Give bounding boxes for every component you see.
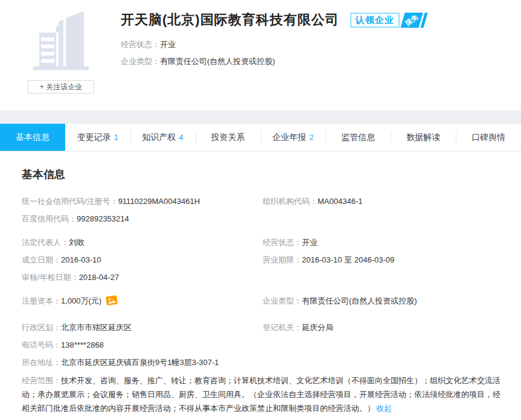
info-cell: 营业期限：2016-03-10 至 2046-03-09	[263, 253, 394, 266]
company-name: 开天脑(北京)国际教育科技有限公司	[121, 11, 339, 29]
field-label: 登记机关：	[263, 323, 302, 332]
info-row: 审核/年检日期：2018-04-27	[22, 271, 504, 284]
info-cell: 注册资本：1,000万(元)	[22, 294, 263, 310]
claim-company-badge[interactable]: 认领企业 限免	[350, 13, 426, 28]
field-value: MA004346-1	[318, 197, 362, 206]
info-cell: 法定代表人：刘敢	[22, 236, 263, 249]
field-value: 技术开发、咨询、服务、推广、转让；教育咨询；计算机技术培训、文化艺术培训（不得面…	[22, 376, 500, 413]
tab-label: 变更记录	[77, 132, 111, 143]
field-value: 138****2868	[61, 340, 104, 349]
field-label: 法定代表人：	[22, 238, 69, 247]
info-groups: 统一社会信用代码/注册号：91110229MA0043461H组织机构代码：MA…	[22, 195, 504, 415]
collapse-link[interactable]: 收起	[376, 404, 392, 413]
tab-label: 数据解读	[406, 132, 440, 143]
field-label: 行政区划：	[22, 323, 61, 332]
info-group: 统一社会信用代码/注册号：91110229MA0043461H组织机构代码：MA…	[22, 195, 504, 225]
info-row: 百度信用代码：992892353214	[22, 212, 504, 225]
tab-bar: 基本信息变更记录1知识产权4投资关系企业年报2监管信息数据解读口碑舆情	[0, 124, 521, 151]
info-group: 注册资本：1,000万(元)企业类型：有限责任公司(自然人投资或控股)	[22, 294, 504, 310]
field-value: 延庆分局	[302, 323, 333, 332]
field-value: 有限责任公司(自然人投资或控股)	[302, 296, 417, 305]
info-row: 电话号码：138****2868	[22, 339, 504, 351]
info-cell: 经营状态：开业	[263, 236, 318, 249]
field-value: 992892353214	[77, 214, 129, 223]
field-label: 成立日期：	[22, 255, 61, 264]
info-cell: 成立日期：2016-03-10	[22, 253, 263, 266]
field-label: 企业类型：	[121, 57, 160, 66]
info-cell: 百度信用代码：992892353214	[22, 212, 129, 225]
field-label: 营业期限：	[263, 255, 302, 264]
info-row: 成立日期：2016-03-10营业期限：2016-03-10 至 2046-03…	[22, 253, 504, 266]
tab-label: 口碑舆情	[471, 132, 505, 143]
info-cell: 电话号码：138****2868	[22, 339, 104, 351]
info-row: 行政区划：北京市市辖区延庆区登记机关：延庆分局	[22, 321, 504, 334]
tab-label: 企业年报	[272, 132, 306, 143]
basic-info-section: 基本信息 统一社会信用代码/注册号：91110229MA0043461H组织机构…	[0, 151, 521, 420]
tab-change-records[interactable]: 变更记录1	[65, 124, 130, 151]
field-value: 刘敢	[69, 238, 85, 247]
tab-count-badge: 4	[179, 133, 184, 142]
tab-label: 知识产权	[142, 132, 176, 143]
field-value: 开业	[160, 40, 176, 49]
tab-label: 监管信息	[341, 132, 375, 143]
field-label: 电话号码：	[22, 340, 61, 349]
company-header-main: 开天脑(北京)国际教育科技有限公司 认领企业 限免 经营状态：开业企业类型：有限…	[121, 11, 511, 73]
field-label: 审核/年检日期：	[22, 273, 79, 282]
header-fields: 经营状态：开业企业类型：有限责任公司(自然人投资或控股)	[121, 39, 511, 67]
tab-data-interpretation[interactable]: 数据解读	[391, 124, 456, 151]
info-row: 统一社会信用代码/注册号：91110229MA0043461H组织机构代码：MA…	[22, 195, 504, 208]
field-value: 有限责任公司(自然人投资或控股)	[160, 57, 275, 66]
field-value: 2016-03-10 至 2046-03-09	[302, 255, 394, 264]
field-value: 91110229MA0043461H	[118, 197, 200, 206]
info-cell: 企业类型：有限责任公司(自然人投资或控股)	[263, 294, 417, 310]
field-value: 2016-03-10	[61, 255, 101, 264]
field-label: 经营状态：	[263, 238, 302, 247]
field-value: 开业	[302, 238, 318, 247]
claim-ribbon-free-tag: 限免	[400, 13, 423, 28]
license-photo-icon[interactable]	[105, 294, 118, 310]
field-value: 北京市延庆区延庆镇百泉街9号1幢3层3-307-1	[61, 358, 219, 367]
field-label: 所在地址：	[22, 358, 61, 367]
header-field: 企业类型：有限责任公司(自然人投资或控股)	[121, 56, 511, 67]
info-cell: 所在地址：北京市延庆区延庆镇百泉街9号1幢3层3-307-1	[22, 356, 219, 369]
field-label: 经营范围：	[22, 376, 61, 385]
section-divider-strip	[0, 110, 521, 124]
field-label: 注册资本：	[22, 296, 61, 305]
tab-public-sentiment[interactable]: 口碑舆情	[456, 124, 521, 151]
field-label: 百度信用代码：	[22, 214, 77, 223]
building-icon	[26, 8, 94, 75]
tab-label: 基本信息	[16, 132, 50, 143]
info-cell: 经营范围：技术开发、咨询、服务、推广、转让；教育咨询；计算机技术培训、文化艺术培…	[22, 376, 500, 413]
company-header: + 关注该企业 开天脑(北京)国际教育科技有限公司 认领企业 限免 经营状态：开…	[0, 0, 521, 110]
follow-company-button[interactable]: + 关注该企业	[28, 80, 94, 94]
tab-basic-info[interactable]: 基本信息	[0, 124, 65, 151]
info-row: 所在地址：北京市延庆区延庆镇百泉街9号1幢3层3-307-1	[22, 356, 504, 369]
info-cell: 组织机构代码：MA004346-1	[263, 195, 362, 208]
tab-count-badge: 2	[309, 133, 313, 142]
field-label: 经营状态：	[121, 40, 160, 49]
info-cell: 行政区划：北京市市辖区延庆区	[22, 321, 263, 334]
tab-count-badge: 1	[114, 133, 118, 142]
field-label: 企业类型：	[263, 296, 302, 305]
tab-investment-relations[interactable]: 投资关系	[196, 124, 261, 151]
info-cell: 登记机关：延庆分局	[263, 321, 333, 334]
tab-regulatory-info[interactable]: 监管信息	[325, 124, 391, 151]
field-value: 北京市市辖区延庆区	[61, 323, 132, 332]
info-cell: 审核/年检日期：2018-04-27	[22, 271, 119, 284]
company-logo-placeholder	[23, 7, 97, 76]
company-profile-page: + 关注该企业 开天脑(北京)国际教育科技有限公司 认领企业 限免 经营状态：开…	[0, 0, 521, 420]
header-field: 经营状态：开业	[121, 39, 511, 50]
info-group: 法定代表人：刘敢经营状态：开业成立日期：2016-03-10营业期限：2016-…	[22, 236, 504, 284]
info-group: 行政区划：北京市市辖区延庆区登记机关：延庆分局电话号码：138****2868所…	[22, 321, 504, 415]
tab-label: 投资关系	[211, 132, 245, 143]
field-label: 组织机构代码：	[263, 197, 318, 206]
tab-annual-reports[interactable]: 企业年报2	[261, 124, 326, 151]
company-title-row: 开天脑(北京)国际教育科技有限公司 认领企业 限免	[121, 11, 511, 29]
info-row: 经营范围：技术开发、咨询、服务、推广、转让；教育咨询；计算机技术培训、文化艺术培…	[22, 374, 505, 415]
field-value: 2018-04-27	[79, 273, 120, 282]
tab-intellectual-property[interactable]: 知识产权4	[130, 124, 196, 151]
info-row: 注册资本：1,000万(元)企业类型：有限责任公司(自然人投资或控股)	[22, 294, 504, 310]
section-title: 基本信息	[22, 167, 504, 182]
claim-badge-label: 认领企业	[350, 13, 400, 28]
info-cell: 统一社会信用代码/注册号：91110229MA0043461H	[22, 195, 263, 208]
